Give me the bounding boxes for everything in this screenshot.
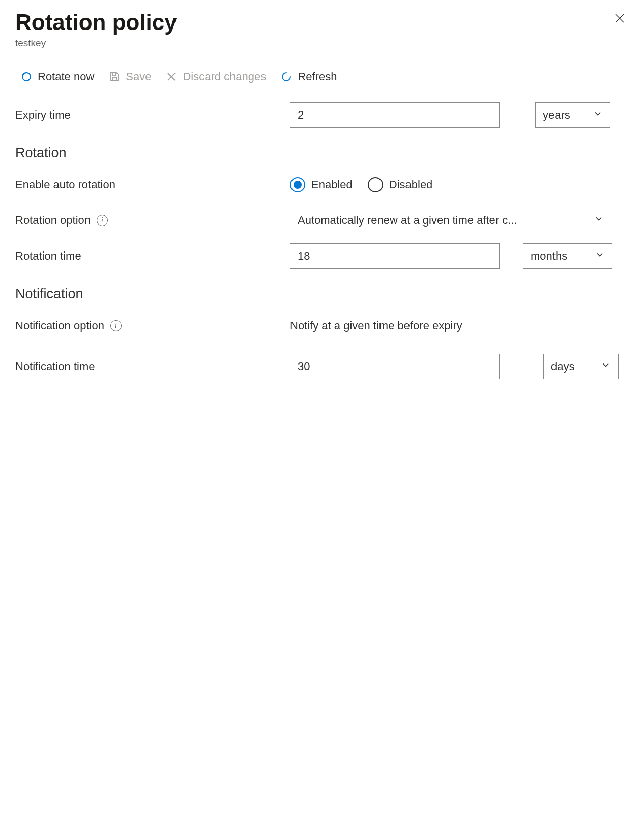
notification-option-value: Notify at a given time before expiry	[290, 319, 462, 332]
toolbar: Rotate now Save Discard changes	[15, 64, 628, 91]
refresh-button[interactable]: Refresh	[280, 70, 337, 83]
close-icon	[613, 17, 626, 26]
save-icon	[108, 71, 121, 83]
rotation-time-label: Rotation time	[15, 249, 290, 263]
expiry-time-label: Expiry time	[15, 108, 290, 122]
info-icon[interactable]: i	[97, 215, 108, 226]
expiry-unit-value: years	[543, 108, 593, 122]
auto-rotation-radio-group: Enabled Disabled	[290, 177, 432, 192]
rotate-icon	[20, 71, 33, 83]
notification-option-label: Notification option i	[15, 319, 290, 332]
radio-enabled-label: Enabled	[311, 178, 353, 191]
chevron-down-icon	[593, 108, 603, 122]
radio-disabled[interactable]: Disabled	[368, 177, 433, 192]
notification-heading: Notification	[15, 286, 628, 302]
expiry-time-input[interactable]	[290, 102, 500, 128]
notification-time-unit-dropdown[interactable]: days	[543, 354, 619, 379]
discard-icon	[165, 71, 178, 83]
rotate-now-button[interactable]: Rotate now	[20, 70, 94, 83]
svg-rect-2	[112, 73, 116, 75]
discard-button: Discard changes	[165, 70, 266, 83]
expiry-unit-dropdown[interactable]: years	[535, 102, 610, 128]
rotation-time-unit-dropdown[interactable]: months	[523, 243, 612, 269]
refresh-label: Refresh	[298, 70, 337, 83]
save-button: Save	[108, 70, 151, 83]
chevron-down-icon	[594, 214, 604, 227]
radio-enabled[interactable]: Enabled	[290, 177, 353, 192]
rotation-heading: Rotation	[15, 145, 628, 161]
rotation-time-unit-value: months	[531, 249, 595, 263]
rotation-option-value: Automatically renew at a given time afte…	[298, 214, 594, 227]
radio-circle-icon	[368, 177, 383, 192]
refresh-icon	[280, 71, 293, 83]
chevron-down-icon	[595, 249, 605, 263]
page-title: Rotation policy	[15, 10, 177, 35]
notification-time-label: Notification time	[15, 360, 290, 373]
rotation-option-dropdown[interactable]: Automatically renew at a given time afte…	[290, 208, 611, 233]
rotate-now-label: Rotate now	[38, 70, 94, 83]
save-label: Save	[126, 70, 151, 83]
rotation-option-label: Rotation option i	[15, 214, 290, 227]
notification-time-input[interactable]	[290, 354, 500, 379]
svg-rect-3	[112, 77, 116, 81]
info-icon[interactable]: i	[110, 320, 122, 331]
enable-auto-rotation-label: Enable auto rotation	[15, 178, 290, 191]
rotation-time-input[interactable]	[290, 243, 500, 269]
radio-circle-icon	[290, 177, 305, 192]
page-subtitle: testkey	[15, 38, 177, 49]
radio-disabled-label: Disabled	[389, 178, 433, 191]
chevron-down-icon	[601, 360, 611, 373]
close-button[interactable]	[611, 10, 628, 29]
discard-label: Discard changes	[183, 70, 266, 83]
notification-time-unit-value: days	[551, 360, 601, 373]
